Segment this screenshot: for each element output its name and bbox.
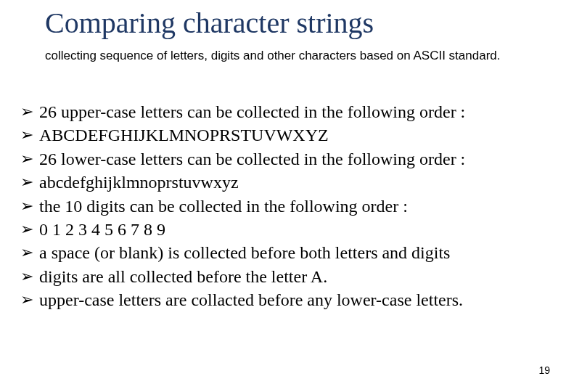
list-item-text: digits are all collected before the lett…	[39, 265, 553, 288]
slide: Comparing character strings collecting s…	[0, 0, 566, 392]
list-item: ➢ digits are all collected before the le…	[20, 265, 553, 288]
list-item: ➢ 26 upper-case letters can be collected…	[20, 100, 553, 123]
list-item: ➢ upper-case letters are collacted befor…	[20, 288, 553, 311]
bullet-icon: ➢	[20, 100, 39, 123]
list-item-text: the 10 digits can be collected in the fo…	[39, 195, 553, 218]
list-item: ➢ abcdefghijklmnoprstuvwxyz	[20, 171, 553, 194]
bullet-icon: ➢	[20, 218, 39, 241]
list-item: ➢ 26 lower-case letters can be collected…	[20, 147, 553, 171]
list-item-text: ABCDEFGHIJKLMNOPRSTUVWXYZ	[39, 123, 553, 147]
bullet-icon: ➢	[20, 241, 39, 264]
list-item-text: 26 lower-case letters can be collected i…	[39, 147, 553, 171]
page-number: 19	[538, 364, 550, 376]
bullet-icon: ➢	[20, 147, 39, 171]
slide-subdescription: collecting sequence of letters, digits a…	[45, 48, 522, 63]
list-item-text: a space (or blank) is collected before b…	[39, 241, 553, 264]
slide-title: Comparing character strings	[45, 6, 374, 40]
list-item-text: upper-case letters are collacted before …	[39, 288, 553, 311]
bullet-icon: ➢	[20, 123, 39, 147]
bullet-icon: ➢	[20, 265, 39, 288]
list-item: ➢ the 10 digits can be collected in the …	[20, 195, 553, 218]
list-item: ➢ 0 1 2 3 4 5 6 7 8 9	[20, 218, 553, 241]
bullet-icon: ➢	[20, 195, 39, 218]
list-item-text: abcdefghijklmnoprstuvwxyz	[39, 171, 553, 194]
list-item: ➢ ABCDEFGHIJKLMNOPRSTUVWXYZ	[20, 123, 553, 147]
list-item: ➢ a space (or blank) is collected before…	[20, 241, 553, 264]
bullet-icon: ➢	[20, 288, 39, 311]
list-item-text: 0 1 2 3 4 5 6 7 8 9	[39, 218, 553, 241]
list-item-text: 26 upper-case letters can be collected i…	[39, 100, 553, 123]
bullet-icon: ➢	[20, 171, 39, 194]
bullet-list: ➢ 26 upper-case letters can be collected…	[20, 100, 553, 312]
